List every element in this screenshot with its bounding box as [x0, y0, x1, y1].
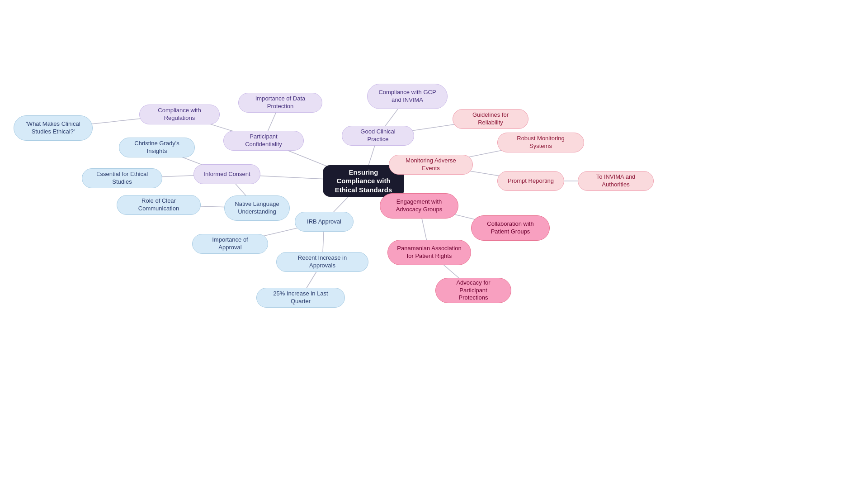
node-increase-25[interactable]: 25% Increase in Last Quarter [256, 288, 345, 308]
node-participant-conf[interactable]: Participant Confidentiality [223, 131, 304, 151]
mind-map: Ensuring Compliance with Ethical Standar… [0, 0, 868, 490]
node-what-makes[interactable]: 'What Makes Clinical Studies Ethical?' [14, 115, 93, 141]
node-informed-consent[interactable]: Informed Consent [193, 164, 260, 184]
node-good-clinical[interactable]: Good Clinical Practice [342, 126, 414, 146]
node-recent-increase[interactable]: Recent Increase in Approvals [276, 252, 368, 272]
node-prompt-reporting[interactable]: Prompt Reporting [497, 171, 564, 191]
node-role-clear[interactable]: Role of Clear Communication [117, 195, 201, 215]
node-robust-monitoring[interactable]: Robust Monitoring Systems [497, 133, 584, 152]
node-essential[interactable]: Essential for Ethical Studies [82, 168, 162, 188]
node-compliance-gcp[interactable]: Compliance with GCP and INVIMA [367, 84, 448, 109]
node-irb-approval[interactable]: IRB Approval [295, 212, 354, 232]
node-importance-data[interactable]: Importance of Data Protection [238, 93, 322, 113]
node-to-invima[interactable]: To INVIMA and Authorities [578, 171, 654, 191]
node-monitoring-ae[interactable]: Monitoring Adverse Events [389, 155, 473, 175]
node-engagement[interactable]: Engagement with Advocacy Groups [380, 193, 458, 219]
node-christine[interactable]: Christine Grady's Insights [119, 138, 195, 157]
node-native-lang[interactable]: Native Language Understanding [224, 195, 290, 221]
node-guidelines[interactable]: Guidelines for Reliability [453, 109, 528, 129]
node-importance-approval[interactable]: Importance of Approval [192, 234, 268, 254]
node-advocacy[interactable]: Advocacy for Participant Protections [435, 278, 511, 303]
node-collaboration[interactable]: Collaboration with Patient Groups [471, 215, 550, 241]
node-panamanian[interactable]: Panamanian Association for Patient Right… [387, 240, 471, 265]
node-compliance-regs[interactable]: Compliance with Regulations [139, 105, 220, 124]
